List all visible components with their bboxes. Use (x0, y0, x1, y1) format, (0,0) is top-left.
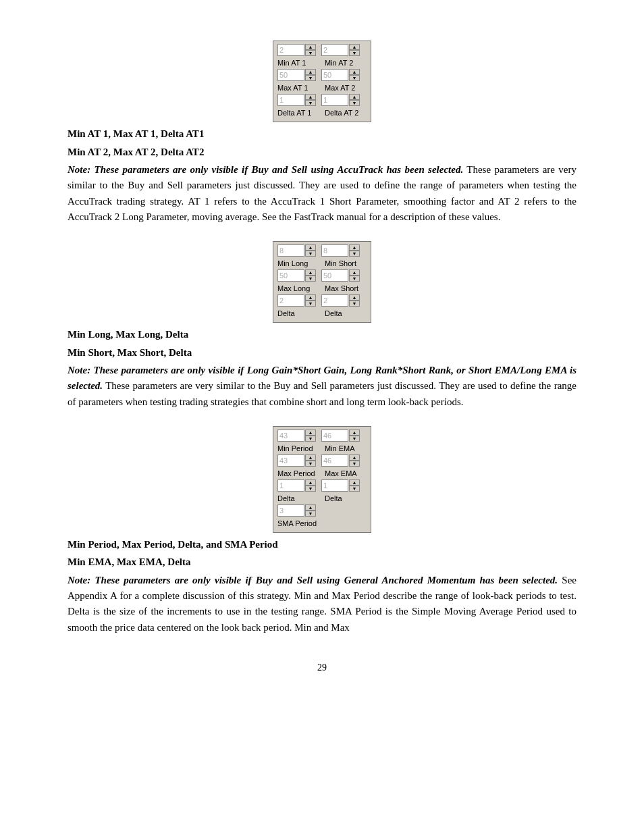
delta-at2-label: Delta AT 2 (325, 109, 367, 117)
longshort-label-line2: Min Short, Max Short, Delta (68, 345, 576, 361)
max-period-input[interactable] (277, 454, 304, 467)
sma-period-input[interactable] (277, 504, 304, 517)
max-short-input[interactable] (321, 269, 348, 282)
min-short-up[interactable]: ▲ (349, 244, 360, 251)
min-long-input[interactable] (277, 244, 304, 257)
max-ema-spinbuttons[interactable]: ▲ ▼ (349, 454, 360, 467)
delta-at1-spinbuttons[interactable]: ▲ ▼ (305, 94, 316, 106)
max-long-up[interactable]: ▲ (305, 269, 316, 276)
max-long-input[interactable] (277, 269, 304, 282)
max-at1-down[interactable]: ▼ (305, 75, 316, 81)
at-widget: ▲ ▼ ▲ ▼ (273, 41, 371, 122)
longshort-widget: ▲ ▼ ▲ ▼ (273, 241, 371, 323)
min-period-input[interactable] (277, 429, 304, 442)
min-at1-input[interactable] (277, 44, 304, 56)
max-short-down[interactable]: ▼ (349, 276, 360, 282)
min-short-input[interactable] (321, 244, 348, 257)
max-period-up[interactable]: ▲ (305, 454, 316, 461)
delta-period-up[interactable]: ▲ (305, 479, 316, 486)
min-at2-up[interactable]: ▲ (349, 44, 360, 50)
max-at2-label: Max AT 2 (325, 84, 367, 92)
delta-long-input[interactable] (277, 294, 304, 307)
max-period-down[interactable]: ▼ (305, 461, 316, 467)
min-long-down[interactable]: ▼ (305, 251, 316, 257)
min-ema-input[interactable] (321, 429, 348, 442)
delta-short-up[interactable]: ▲ (349, 294, 360, 301)
min-ema-spinbuttons[interactable]: ▲ ▼ (349, 429, 360, 442)
period-ema-widget: ▲ ▼ ▲ ▼ (273, 426, 371, 533)
max-ema-input[interactable] (321, 454, 348, 467)
delta-ema-down[interactable]: ▼ (349, 486, 360, 492)
max-short-spinbuttons[interactable]: ▲ ▼ (349, 269, 360, 282)
delta-long-up[interactable]: ▲ (305, 294, 316, 301)
delta-ema-bottom-label: Delta (325, 494, 367, 502)
longshort-note-rest: These parameters are very similar to the… (68, 380, 576, 407)
max-at1-spinbuttons[interactable]: ▲ ▼ (305, 69, 316, 81)
max-period-label: Max Period (277, 469, 319, 477)
max-long-spinbuttons[interactable]: ▲ ▼ (305, 269, 316, 282)
max-long-down[interactable]: ▼ (305, 276, 316, 282)
delta-ema-up[interactable]: ▲ (349, 479, 360, 486)
delta-at2-spinbuttons[interactable]: ▲ ▼ (349, 94, 360, 106)
min-ema-down[interactable]: ▼ (349, 436, 360, 442)
delta-at2-input[interactable] (321, 94, 348, 106)
section-period-ema: ▲ ▼ ▲ ▼ (68, 426, 576, 635)
min-at2-down[interactable]: ▼ (349, 50, 360, 56)
max-ema-up[interactable]: ▲ (349, 454, 360, 461)
min-at2-label: Min AT 2 (325, 59, 367, 67)
delta-short-input[interactable] (321, 294, 348, 307)
longshort-label-line1: Min Long, Max Long, Delta (68, 327, 576, 342)
max-at1-up[interactable]: ▲ (305, 69, 316, 75)
delta-at1-up[interactable]: ▲ (305, 94, 316, 100)
max-at1-input[interactable] (277, 69, 304, 81)
min-period-down[interactable]: ▼ (305, 436, 316, 442)
section-longshort: ▲ ▼ ▲ ▼ (68, 241, 576, 410)
min-short-spinbuttons[interactable]: ▲ ▼ (349, 244, 360, 257)
min-period-label: Min Period (277, 444, 319, 452)
max-at2-spinbuttons[interactable]: ▲ ▼ (349, 69, 360, 81)
page-number: 29 (68, 662, 576, 673)
delta-ema-input[interactable] (321, 479, 348, 492)
period-ema-note-bold: Note: These parameters are only visible … (68, 575, 558, 585)
max-at2-up[interactable]: ▲ (349, 69, 360, 75)
delta-period-spinbuttons[interactable]: ▲ ▼ (305, 479, 316, 492)
at-note-paragraph: Note: These parameters are only visible … (68, 162, 576, 225)
max-short-up[interactable]: ▲ (349, 269, 360, 276)
max-at1-label: Max AT 1 (277, 84, 319, 92)
min-at1-up[interactable]: ▲ (305, 44, 316, 50)
min-long-spinbuttons[interactable]: ▲ ▼ (305, 244, 316, 257)
delta-long-spinbuttons[interactable]: ▲ ▼ (305, 294, 316, 307)
delta-period-down[interactable]: ▼ (305, 486, 316, 492)
min-period-up[interactable]: ▲ (305, 429, 316, 436)
sma-period-spinbuttons[interactable]: ▲ ▼ (305, 504, 316, 517)
min-at2-input[interactable] (321, 44, 348, 56)
min-at1-spinbuttons[interactable]: ▲ ▼ (305, 44, 316, 56)
min-period-spinbuttons[interactable]: ▲ ▼ (305, 429, 316, 442)
max-short-label: Max Short (325, 284, 367, 292)
period-ema-note-paragraph: Note: These parameters are only visible … (68, 573, 576, 635)
delta-ema-spinbuttons[interactable]: ▲ ▼ (349, 479, 360, 492)
delta-at1-input[interactable] (277, 94, 304, 106)
sma-period-label: SMA Period (277, 519, 331, 527)
delta-short-down[interactable]: ▼ (349, 301, 360, 307)
delta-at1-down[interactable]: ▼ (305, 100, 316, 106)
delta-at2-down[interactable]: ▼ (349, 100, 360, 106)
max-at2-input[interactable] (321, 69, 348, 81)
delta-at1-label: Delta AT 1 (277, 109, 319, 117)
delta-period-bottom-label: Delta (277, 494, 319, 502)
min-at1-down[interactable]: ▼ (305, 50, 316, 56)
sma-period-down[interactable]: ▼ (305, 511, 316, 517)
sma-period-up[interactable]: ▲ (305, 504, 316, 511)
min-long-up[interactable]: ▲ (305, 244, 316, 251)
delta-short-spinbuttons[interactable]: ▲ ▼ (349, 294, 360, 307)
min-ema-up[interactable]: ▲ (349, 429, 360, 436)
delta-long-down[interactable]: ▼ (305, 301, 316, 307)
max-ema-down[interactable]: ▼ (349, 461, 360, 467)
at-label-line2: Min AT 2, Max AT 2, Delta AT2 (68, 145, 576, 160)
delta-period-input[interactable] (277, 479, 304, 492)
max-at2-down[interactable]: ▼ (349, 75, 360, 81)
delta-at2-up[interactable]: ▲ (349, 94, 360, 100)
max-period-spinbuttons[interactable]: ▲ ▼ (305, 454, 316, 467)
min-short-down[interactable]: ▼ (349, 251, 360, 257)
min-at2-spinbuttons[interactable]: ▲ ▼ (349, 44, 360, 56)
